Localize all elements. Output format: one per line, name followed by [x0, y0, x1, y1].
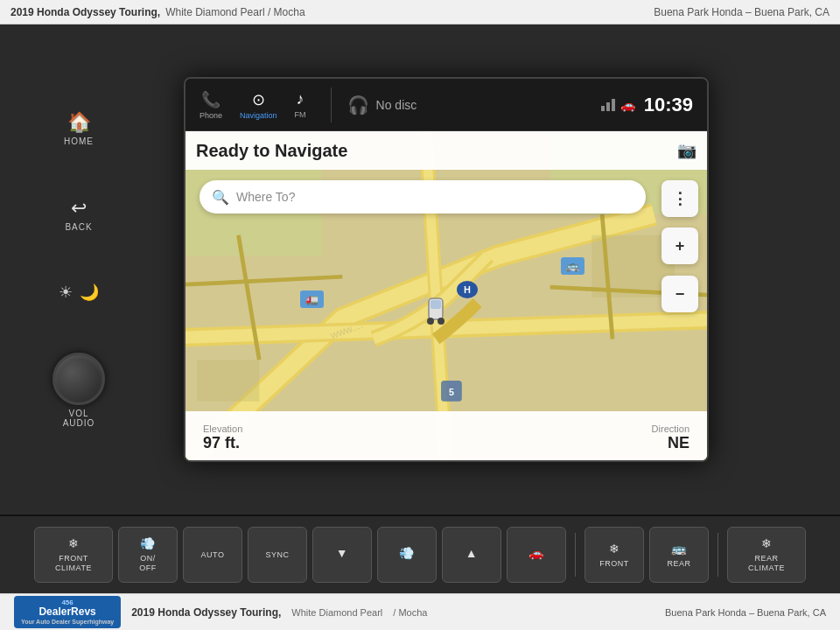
fan-up-icon: ▲ [466, 546, 478, 560]
fan-speed-button[interactable]: 💨 [377, 527, 437, 583]
fan-onoff-label: ON/OFF [139, 554, 157, 573]
search-placeholder: Where To? [236, 190, 295, 204]
svg-rect-13 [430, 300, 441, 309]
bottom-car-color: White Diamond Pearl [291, 607, 382, 618]
front-defrost-icon: ❄ [609, 542, 620, 556]
home-icon: 🏠 [67, 111, 91, 134]
fan-speed-icon: 💨 [399, 546, 415, 560]
map-zoom-out-button[interactable]: − [662, 276, 698, 312]
direction-info: Direction NE [652, 424, 690, 452]
rear-defrost-label: REAR [667, 559, 690, 569]
back-label: BACK [65, 222, 92, 232]
elevation-value: 97 ft. [203, 434, 242, 452]
svg-text:5: 5 [449, 387, 454, 397]
audio-status: 🎧 No disc [347, 94, 601, 116]
screen-topbar: 📞 Phone ⊙ Navigation ♪ FM 🎧 No disc [186, 79, 707, 131]
auto-button[interactable]: AUTO [183, 527, 242, 583]
recirculate-button[interactable]: 🚗 [507, 527, 566, 583]
navigation-icon: ⊙ [252, 90, 265, 109]
brightness-up-icon[interactable]: 🌙 [80, 283, 99, 302]
car-title: 2019 Honda Odyssey Touring, [10, 6, 160, 18]
front-climate-label: FRONTCLIMATE [55, 554, 92, 573]
bottom-car-trim: / Mocha [393, 607, 427, 618]
rear-defrost-icon: 🚌 [671, 542, 687, 556]
bottom-dealer-info: Buena Park Honda – Buena Park, CA [665, 607, 826, 618]
nav-divider [331, 88, 332, 122]
top-bar: 2019 Honda Odyssey Touring, White Diamon… [0, 0, 840, 24]
clock: 10:39 [644, 94, 693, 116]
map-container: 5 www.... Ready to Navigate 📷 [186, 131, 707, 462]
phone-icon: 📞 [201, 90, 220, 109]
rear-climate-icon: ❄ [761, 536, 773, 550]
fan-onoff-button[interactable]: 💨 ON/OFF [118, 527, 178, 583]
rear-defrost-button[interactable]: 🚌 REAR [649, 527, 709, 583]
navigation-label: Navigation [240, 111, 277, 120]
rear-climate-label: REARCLIMATE [748, 554, 785, 573]
phone-label: Phone [200, 111, 222, 120]
fan-down-icon: ▼ [336, 546, 348, 560]
fm-icon: ♪ [297, 90, 304, 108]
volume-control: VOLAUDIO [52, 353, 105, 428]
front-defrost-label: FRONT [599, 559, 629, 569]
nav-navigation[interactable]: ⊙ Navigation [240, 90, 277, 120]
brightness-down-icon[interactable]: ☀ [59, 283, 73, 302]
fan-down-button[interactable]: ▼ [312, 527, 372, 583]
map-zoom-in-button[interactable]: + [662, 228, 698, 264]
infotainment-screen: 📞 Phone ⊙ Navigation ♪ FM 🎧 No disc [184, 77, 709, 462]
search-icon: 🔍 [212, 189, 229, 206]
vol-label: VOLAUDIO [63, 409, 95, 428]
left-controls: 🏠 HOME ↩ BACK ☀ 🌙 VOLAUDIO [26, 68, 131, 471]
search-bar[interactable]: 🔍 Where To? [200, 180, 646, 214]
recirculate-icon: 🚗 [528, 546, 544, 560]
map-bottom-info: Elevation 97 ft. Direction NE [186, 411, 707, 462]
svg-point-14 [427, 318, 434, 325]
signal-bars [601, 99, 615, 111]
back-icon: ↩ [71, 197, 87, 220]
dashboard: 🏠 HOME ↩ BACK ☀ 🌙 VOLAUDIO 📞 Phone [0, 24, 840, 514]
signal-bar-1 [601, 106, 605, 111]
bottom-bar: 456 DealerRevs Your Auto Dealer Superhig… [0, 593, 840, 630]
car-subtitle: White Diamond Pearl / Mocha [165, 6, 304, 18]
direction-label: Direction [652, 424, 690, 434]
truck-marker: 🚛 [300, 290, 324, 308]
bottom-car-title: 2019 Honda Odyssey Touring, [131, 606, 281, 619]
car-signal-icon: 🚗 [620, 98, 635, 112]
signal-indicator: 🚗 [601, 98, 635, 112]
audio-status-text: No disc [376, 98, 601, 112]
bus-marker: 🚌 [561, 257, 584, 275]
signal-bar-3 [612, 99, 615, 111]
elevation-info: Elevation 97 ft. [203, 424, 242, 452]
volume-knob[interactable] [52, 353, 105, 405]
honda-marker: H [457, 281, 478, 298]
elevation-label: Elevation [203, 424, 242, 434]
logo-sub-text: Your Auto Dealer Superhighway [21, 619, 114, 626]
climate-bar: ❄ FRONTCLIMATE 💨 ON/OFF AUTO SYNC ▼ 💨 ▲ … [0, 514, 840, 593]
sync-label: SYNC [265, 550, 289, 560]
svg-rect-5 [197, 360, 259, 402]
headphones-icon: 🎧 [347, 94, 369, 116]
direction-value: NE [652, 434, 690, 452]
brightness-control: ☀ 🌙 [59, 283, 99, 302]
climate-separator [575, 533, 576, 577]
fan-icon: 💨 [140, 536, 156, 550]
nav-phone[interactable]: 📞 Phone [200, 90, 222, 120]
fm-label: FM [295, 110, 306, 119]
home-button[interactable]: 🏠 HOME [64, 111, 94, 146]
sync-button[interactable]: SYNC [248, 527, 307, 583]
rear-climate-button[interactable]: ❄ REARCLIMATE [727, 527, 806, 583]
home-label: HOME [64, 136, 94, 146]
fan-up-button[interactable]: ▲ [442, 527, 501, 583]
map-menu-button[interactable]: ⋮ [662, 180, 698, 217]
front-climate-button[interactable]: ❄ FRONTCLIMATE [34, 527, 113, 583]
ready-to-navigate-text: Ready to Navigate [196, 141, 677, 161]
svg-point-15 [438, 318, 444, 325]
car-position-icon [424, 291, 448, 330]
map-settings-icon[interactable]: 📷 [677, 141, 696, 160]
climate-separator-2 [718, 533, 718, 577]
dealer-info: Buena Park Honda – Buena Park, CA [654, 6, 830, 18]
dealer-logo: 456 DealerRevs Your Auto Dealer Superhig… [14, 596, 121, 629]
logo-main-text: DealerRevs [38, 606, 95, 618]
front-defrost-button[interactable]: ❄ FRONT [584, 527, 644, 583]
back-button[interactable]: ↩ BACK [65, 197, 92, 232]
nav-fm[interactable]: ♪ FM [295, 90, 306, 119]
